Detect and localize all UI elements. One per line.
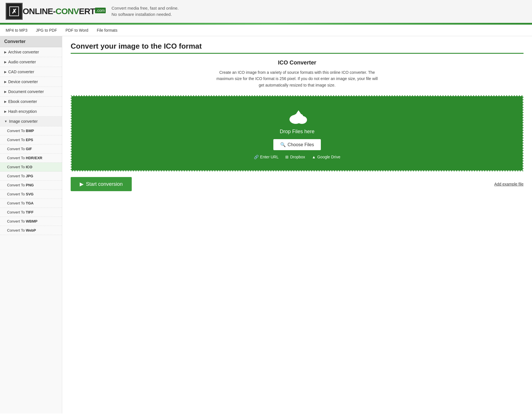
arrow-icon: ▶: [4, 90, 7, 94]
main-layout: Converter ▶ Archive converter ▶ Audio co…: [0, 36, 532, 413]
arrow-icon: ▶: [4, 70, 7, 74]
subitem-wbmp[interactable]: Convert To WBMP: [0, 217, 62, 226]
google-drive-link[interactable]: ▲ Google Drive: [312, 155, 340, 159]
logo-com: .com: [95, 8, 106, 13]
upload-cloud-icon: [287, 107, 307, 124]
choose-files-button[interactable]: 🔍 Choose Files: [273, 139, 321, 150]
arrow-down-icon: ▼: [4, 120, 7, 123]
converter-desc-text: Create an ICO image from a variety of so…: [215, 69, 379, 88]
logo-text-online: ONLINE-CONVERT: [23, 7, 95, 16]
sidebar-item-document[interactable]: ▶ Document converter: [0, 87, 62, 97]
svg-text:✗: ✗: [12, 8, 17, 15]
subitem-webp[interactable]: Convert To WebP: [0, 226, 62, 235]
chevron-right-icon: ▶: [80, 181, 84, 187]
drop-zone[interactable]: Drop Files here 🔍 Choose Files 🔗 Enter U…: [71, 95, 524, 171]
converter-subtitle: ICO Converter: [71, 59, 524, 66]
content-area: Convert your image to the ICO format ICO…: [62, 36, 532, 413]
drop-files-text: Drop Files here: [77, 129, 517, 135]
enter-url-link[interactable]: 🔗 Enter URL: [254, 155, 278, 159]
arrow-icon: ▶: [4, 80, 7, 84]
nav-file-formats[interactable]: File formats: [97, 25, 117, 36]
subitem-tiff[interactable]: Convert To TIFF: [0, 208, 62, 217]
subitem-gif[interactable]: Convert To GIF: [0, 145, 62, 154]
svg-rect-11: [297, 115, 300, 120]
subitem-jpg[interactable]: Convert To JPG: [0, 172, 62, 181]
nav-mp4-to-mp3[interactable]: MP4 to MP3: [6, 25, 27, 36]
arrow-icon: ▶: [4, 100, 7, 104]
arrow-icon: ▶: [4, 60, 7, 64]
sidebar-item-image[interactable]: ▼ Image converter: [0, 117, 62, 126]
extra-options: 🔗 Enter URL ⊞ Dropbox ▲ Google Drive: [77, 155, 517, 159]
search-icon: 🔍: [280, 142, 286, 147]
arrow-icon: ▶: [4, 50, 7, 54]
subitem-hdr-exr[interactable]: Convert To HDR/EXR: [0, 154, 62, 163]
sidebar-item-hash[interactable]: ▶ Hash encryption: [0, 107, 62, 117]
arrow-icon: ▶: [4, 110, 7, 113]
sidebar-item-cad[interactable]: ▶ CAD converter: [0, 67, 62, 77]
nav-jpg-to-pdf[interactable]: JPG to PDF: [36, 25, 57, 36]
converter-description: ICO Converter Create an ICO image from a…: [71, 59, 524, 88]
svg-marker-10: [295, 110, 302, 115]
sidebar: Converter ▶ Archive converter ▶ Audio co…: [0, 36, 62, 413]
subitem-ico[interactable]: Convert To ICO: [0, 163, 62, 172]
page-title: Convert your image to the ICO format: [71, 42, 524, 51]
nav: MP4 to MP3 JPG to PDF PDF to Word File f…: [0, 25, 532, 36]
sidebar-item-archive[interactable]: ▶ Archive converter: [0, 47, 62, 57]
subitem-eps[interactable]: Convert To EPS: [0, 135, 62, 145]
dropbox-icon: ⊞: [285, 155, 289, 159]
sidebar-item-audio[interactable]: ▶ Audio converter: [0, 57, 62, 67]
nav-pdf-to-word[interactable]: PDF to Word: [66, 25, 88, 36]
dropbox-link[interactable]: ⊞ Dropbox: [285, 155, 305, 159]
logo-icon: ✗: [6, 3, 23, 20]
header-tagline: Convert media free, fast and online. No …: [111, 5, 179, 18]
logo: ✗ ONLINE-CONVERT .com: [6, 3, 106, 20]
sidebar-title: Converter: [0, 36, 62, 47]
title-underline: [71, 53, 524, 54]
subitem-bmp[interactable]: Convert To BMP: [0, 126, 62, 135]
subitem-tga[interactable]: Convert To TGA: [0, 199, 62, 208]
sidebar-item-ebook[interactable]: ▶ Ebook converter: [0, 97, 62, 107]
add-example-link[interactable]: Add example file: [494, 182, 524, 186]
sidebar-item-device[interactable]: ▶ Device converter: [0, 77, 62, 87]
bottom-bar: ▶ Start conversion Add example file: [71, 177, 524, 191]
subitem-png[interactable]: Convert To PNG: [0, 181, 62, 190]
google-drive-icon: ▲: [312, 155, 316, 159]
subitem-svg[interactable]: Convert To SVG: [0, 190, 62, 199]
header: ✗ ONLINE-CONVERT .com Convert media free…: [0, 0, 532, 23]
start-conversion-button[interactable]: ▶ Start conversion: [71, 177, 132, 191]
link-icon: 🔗: [254, 155, 259, 159]
